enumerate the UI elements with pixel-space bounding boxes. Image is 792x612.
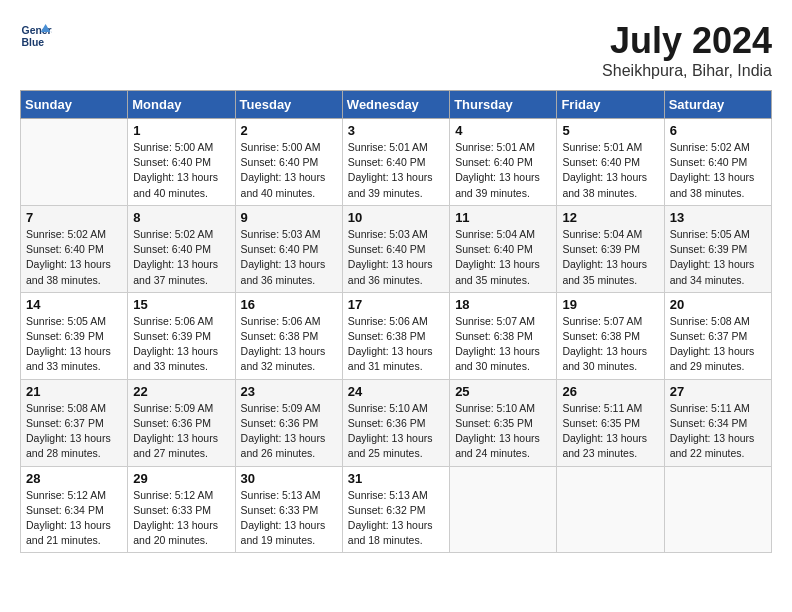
cell-details: Sunrise: 5:06 AMSunset: 6:38 PMDaylight:… <box>241 314 337 375</box>
day-cell <box>450 466 557 553</box>
cell-details: Sunrise: 5:06 AMSunset: 6:38 PMDaylight:… <box>348 314 444 375</box>
day-cell <box>557 466 664 553</box>
week-row-3: 14Sunrise: 5:05 AMSunset: 6:39 PMDayligh… <box>21 292 772 379</box>
day-number: 22 <box>133 384 229 399</box>
cell-details: Sunrise: 5:00 AMSunset: 6:40 PMDaylight:… <box>133 140 229 201</box>
col-header-friday: Friday <box>557 91 664 119</box>
cell-details: Sunrise: 5:09 AMSunset: 6:36 PMDaylight:… <box>133 401 229 462</box>
day-cell: 14Sunrise: 5:05 AMSunset: 6:39 PMDayligh… <box>21 292 128 379</box>
day-number: 19 <box>562 297 658 312</box>
day-cell: 12Sunrise: 5:04 AMSunset: 6:39 PMDayligh… <box>557 205 664 292</box>
col-header-thursday: Thursday <box>450 91 557 119</box>
cell-details: Sunrise: 5:12 AMSunset: 6:33 PMDaylight:… <box>133 488 229 549</box>
day-number: 12 <box>562 210 658 225</box>
day-cell: 13Sunrise: 5:05 AMSunset: 6:39 PMDayligh… <box>664 205 771 292</box>
day-number: 10 <box>348 210 444 225</box>
day-number: 17 <box>348 297 444 312</box>
day-cell: 8Sunrise: 5:02 AMSunset: 6:40 PMDaylight… <box>128 205 235 292</box>
cell-details: Sunrise: 5:07 AMSunset: 6:38 PMDaylight:… <box>455 314 551 375</box>
cell-details: Sunrise: 5:05 AMSunset: 6:39 PMDaylight:… <box>670 227 766 288</box>
day-number: 9 <box>241 210 337 225</box>
cell-details: Sunrise: 5:07 AMSunset: 6:38 PMDaylight:… <box>562 314 658 375</box>
day-number: 3 <box>348 123 444 138</box>
day-number: 30 <box>241 471 337 486</box>
day-number: 24 <box>348 384 444 399</box>
svg-text:Blue: Blue <box>22 37 45 48</box>
cell-details: Sunrise: 5:03 AMSunset: 6:40 PMDaylight:… <box>241 227 337 288</box>
cell-details: Sunrise: 5:04 AMSunset: 6:39 PMDaylight:… <box>562 227 658 288</box>
page-header: General Blue July 2024 Sheikhpura, Bihar… <box>20 20 772 80</box>
day-cell: 11Sunrise: 5:04 AMSunset: 6:40 PMDayligh… <box>450 205 557 292</box>
day-number: 18 <box>455 297 551 312</box>
cell-details: Sunrise: 5:13 AMSunset: 6:33 PMDaylight:… <box>241 488 337 549</box>
cell-details: Sunrise: 5:09 AMSunset: 6:36 PMDaylight:… <box>241 401 337 462</box>
cell-details: Sunrise: 5:02 AMSunset: 6:40 PMDaylight:… <box>133 227 229 288</box>
cell-details: Sunrise: 5:11 AMSunset: 6:34 PMDaylight:… <box>670 401 766 462</box>
calendar-table: SundayMondayTuesdayWednesdayThursdayFrid… <box>20 90 772 553</box>
day-number: 28 <box>26 471 122 486</box>
col-header-tuesday: Tuesday <box>235 91 342 119</box>
day-cell: 1Sunrise: 5:00 AMSunset: 6:40 PMDaylight… <box>128 119 235 206</box>
day-number: 14 <box>26 297 122 312</box>
day-cell: 24Sunrise: 5:10 AMSunset: 6:36 PMDayligh… <box>342 379 449 466</box>
cell-details: Sunrise: 5:01 AMSunset: 6:40 PMDaylight:… <box>562 140 658 201</box>
week-row-5: 28Sunrise: 5:12 AMSunset: 6:34 PMDayligh… <box>21 466 772 553</box>
day-cell: 29Sunrise: 5:12 AMSunset: 6:33 PMDayligh… <box>128 466 235 553</box>
day-cell: 4Sunrise: 5:01 AMSunset: 6:40 PMDaylight… <box>450 119 557 206</box>
logo: General Blue <box>20 20 52 52</box>
location: Sheikhpura, Bihar, India <box>602 62 772 80</box>
day-number: 13 <box>670 210 766 225</box>
week-row-1: 1Sunrise: 5:00 AMSunset: 6:40 PMDaylight… <box>21 119 772 206</box>
day-number: 8 <box>133 210 229 225</box>
cell-details: Sunrise: 5:06 AMSunset: 6:39 PMDaylight:… <box>133 314 229 375</box>
day-number: 25 <box>455 384 551 399</box>
day-number: 16 <box>241 297 337 312</box>
cell-details: Sunrise: 5:13 AMSunset: 6:32 PMDaylight:… <box>348 488 444 549</box>
day-cell: 30Sunrise: 5:13 AMSunset: 6:33 PMDayligh… <box>235 466 342 553</box>
cell-details: Sunrise: 5:04 AMSunset: 6:40 PMDaylight:… <box>455 227 551 288</box>
day-cell: 18Sunrise: 5:07 AMSunset: 6:38 PMDayligh… <box>450 292 557 379</box>
day-cell: 15Sunrise: 5:06 AMSunset: 6:39 PMDayligh… <box>128 292 235 379</box>
day-cell: 5Sunrise: 5:01 AMSunset: 6:40 PMDaylight… <box>557 119 664 206</box>
day-number: 21 <box>26 384 122 399</box>
title-block: July 2024 Sheikhpura, Bihar, India <box>602 20 772 80</box>
day-number: 1 <box>133 123 229 138</box>
day-number: 20 <box>670 297 766 312</box>
day-cell: 17Sunrise: 5:06 AMSunset: 6:38 PMDayligh… <box>342 292 449 379</box>
day-cell: 9Sunrise: 5:03 AMSunset: 6:40 PMDaylight… <box>235 205 342 292</box>
cell-details: Sunrise: 5:02 AMSunset: 6:40 PMDaylight:… <box>670 140 766 201</box>
day-cell: 31Sunrise: 5:13 AMSunset: 6:32 PMDayligh… <box>342 466 449 553</box>
day-number: 31 <box>348 471 444 486</box>
cell-details: Sunrise: 5:01 AMSunset: 6:40 PMDaylight:… <box>455 140 551 201</box>
day-cell: 3Sunrise: 5:01 AMSunset: 6:40 PMDaylight… <box>342 119 449 206</box>
cell-details: Sunrise: 5:08 AMSunset: 6:37 PMDaylight:… <box>670 314 766 375</box>
col-header-monday: Monday <box>128 91 235 119</box>
day-cell: 26Sunrise: 5:11 AMSunset: 6:35 PMDayligh… <box>557 379 664 466</box>
cell-details: Sunrise: 5:10 AMSunset: 6:36 PMDaylight:… <box>348 401 444 462</box>
day-cell <box>664 466 771 553</box>
day-cell: 27Sunrise: 5:11 AMSunset: 6:34 PMDayligh… <box>664 379 771 466</box>
cell-details: Sunrise: 5:11 AMSunset: 6:35 PMDaylight:… <box>562 401 658 462</box>
col-header-saturday: Saturday <box>664 91 771 119</box>
cell-details: Sunrise: 5:00 AMSunset: 6:40 PMDaylight:… <box>241 140 337 201</box>
day-cell: 6Sunrise: 5:02 AMSunset: 6:40 PMDaylight… <box>664 119 771 206</box>
day-number: 4 <box>455 123 551 138</box>
day-number: 5 <box>562 123 658 138</box>
week-row-4: 21Sunrise: 5:08 AMSunset: 6:37 PMDayligh… <box>21 379 772 466</box>
day-number: 2 <box>241 123 337 138</box>
day-cell: 19Sunrise: 5:07 AMSunset: 6:38 PMDayligh… <box>557 292 664 379</box>
day-cell: 16Sunrise: 5:06 AMSunset: 6:38 PMDayligh… <box>235 292 342 379</box>
day-cell: 28Sunrise: 5:12 AMSunset: 6:34 PMDayligh… <box>21 466 128 553</box>
cell-details: Sunrise: 5:10 AMSunset: 6:35 PMDaylight:… <box>455 401 551 462</box>
cell-details: Sunrise: 5:01 AMSunset: 6:40 PMDaylight:… <box>348 140 444 201</box>
day-number: 27 <box>670 384 766 399</box>
cell-details: Sunrise: 5:08 AMSunset: 6:37 PMDaylight:… <box>26 401 122 462</box>
day-cell: 2Sunrise: 5:00 AMSunset: 6:40 PMDaylight… <box>235 119 342 206</box>
week-row-2: 7Sunrise: 5:02 AMSunset: 6:40 PMDaylight… <box>21 205 772 292</box>
cell-details: Sunrise: 5:12 AMSunset: 6:34 PMDaylight:… <box>26 488 122 549</box>
day-cell: 20Sunrise: 5:08 AMSunset: 6:37 PMDayligh… <box>664 292 771 379</box>
day-number: 7 <box>26 210 122 225</box>
col-header-wednesday: Wednesday <box>342 91 449 119</box>
day-number: 23 <box>241 384 337 399</box>
logo-icon: General Blue <box>20 20 52 52</box>
